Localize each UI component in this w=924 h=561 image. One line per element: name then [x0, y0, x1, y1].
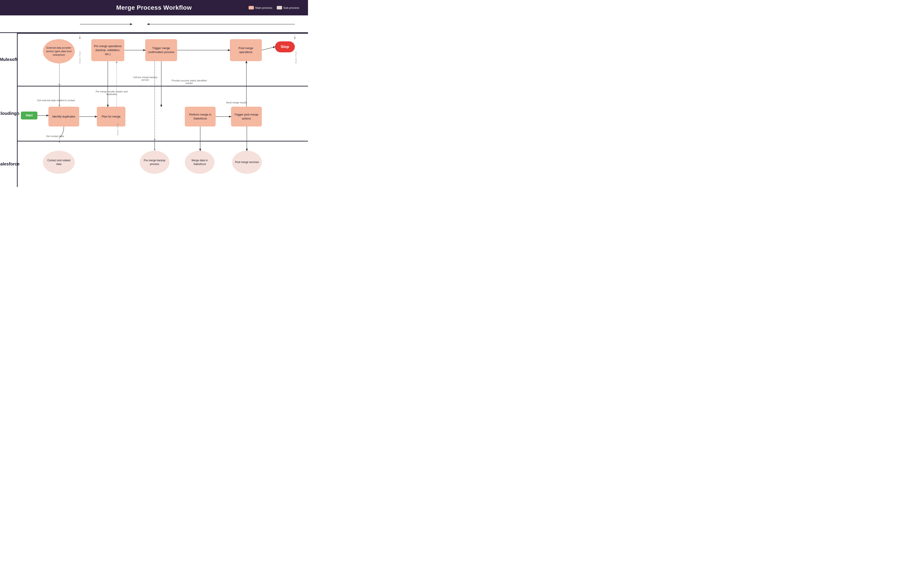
trigger-post-merge-actions: Trigger post merge actions	[231, 107, 262, 126]
legend: Main process Sub process	[249, 6, 299, 9]
plan-for-merge: Plan for merge	[97, 107, 125, 126]
data-flow-label-mid: Data flow	[117, 107, 119, 135]
svg-marker-29	[154, 139, 156, 141]
pre-merge-backup: Pre merge backup process	[140, 151, 170, 174]
call-pre-backup-label: Call pre merge backup service	[130, 76, 160, 81]
external-data-provider: External data provider service (gets dat…	[43, 39, 75, 63]
svg-marker-31	[154, 149, 156, 151]
lane-label-salesforce: Salesforce	[0, 141, 18, 187]
header: Merge Process Workflow Main process Sub …	[0, 0, 308, 15]
start-button[interactable]: Start	[21, 111, 38, 120]
legend-sub-icon	[277, 6, 282, 9]
data-flow-label-left: Data flow	[79, 35, 81, 63]
post-merge-operations: Post merge operations	[230, 39, 262, 61]
lane-label-mulesoft: Mulesoft	[0, 33, 18, 86]
cloudingo-label: Cloudingo	[0, 111, 20, 116]
svg-line-20	[262, 47, 275, 50]
post-merge-services: Post merge services	[232, 151, 262, 174]
salesforce-label: Salesforce	[0, 162, 20, 166]
page-title: Merge Process Workflow	[116, 4, 192, 11]
legend-sub-process: Sub process	[277, 6, 299, 9]
get-external-data-label: Get external data related to contact	[34, 99, 78, 102]
perform-merge-salesforce: Perform merge in Salesforce	[185, 107, 216, 126]
svg-marker-15	[58, 84, 60, 86]
legend-main-icon	[249, 6, 254, 9]
legend-main-label: Main process	[255, 6, 272, 9]
contact-related-data: Contact and related data	[43, 151, 75, 174]
diagram: Mulesoft Cloudingo Salesforce Client's e…	[0, 15, 308, 187]
svg-marker-13	[58, 141, 60, 143]
get-contact-data-label: Get contact data	[39, 135, 72, 138]
pre-results-label: Pre merge results master and duplicates	[92, 90, 131, 96]
identify-duplicates: Identify duplicates	[48, 107, 79, 126]
svg-marker-17	[58, 105, 60, 107]
stop-button[interactable]: Stop	[275, 41, 295, 52]
data-flow-label-right: Data flow	[295, 35, 297, 63]
provide-success-label: Provide success status identified master	[172, 79, 207, 84]
legend-sub-label: Sub process	[284, 6, 299, 9]
send-results-label: Send merge results	[220, 101, 253, 104]
merge-data-salesforce: Merge data in Salesforce	[185, 151, 214, 174]
mulesoft-label: Mulesoft	[0, 57, 18, 62]
svg-marker-23	[116, 61, 117, 63]
lane-label-cloudingo: Cloudingo	[0, 86, 18, 141]
enterprise-lane	[0, 15, 308, 33]
legend-main-process: Main process	[249, 6, 272, 9]
pre-merge-operations: Pre merge operations (backup, validation…	[91, 39, 124, 61]
trigger-merge-confirmation: Trigger merge confirmation process	[145, 39, 177, 61]
